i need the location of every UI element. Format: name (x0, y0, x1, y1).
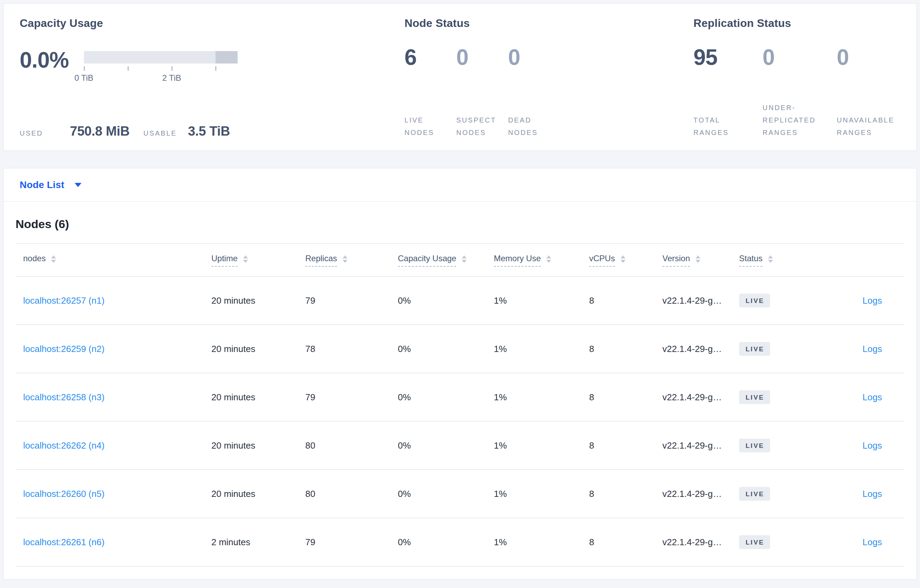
logs-link[interactable]: Logs (863, 440, 882, 451)
sort-icon[interactable] (620, 255, 625, 263)
capacity-gauge: 0.0% 0 TiB 2 TiB (20, 49, 404, 84)
node-status-title: Node Status (404, 17, 693, 30)
vcpus-cell: 8 (581, 489, 655, 499)
table-header-row: nodes Uptime Replicas Capacity Usage Mem… (16, 243, 904, 277)
node-link[interactable]: localhost:26262 (n4) (23, 440, 105, 451)
version-cell: v22.1.4-29-g… (655, 344, 731, 354)
column-header-replicas[interactable]: Replicas (298, 254, 390, 267)
capacity-usage-cell: 0% (390, 440, 486, 451)
used-value: 750.8 MiB (70, 124, 130, 139)
replication-status-title: Replication Status (693, 17, 916, 30)
usable-value: 3.5 TiB (188, 124, 230, 139)
table-row: localhost:26260 (n5) 20 minutes 80 0% 1%… (16, 470, 904, 518)
column-header-status[interactable]: Status (731, 254, 810, 267)
capacity-usage-cell: 0% (390, 296, 486, 306)
version-cell: v22.1.4-29-g… (655, 489, 731, 499)
capacity-bar-track (84, 51, 238, 63)
status-badge: LIVE (739, 342, 770, 356)
tick-mark (215, 66, 216, 71)
capacity-usage-cell: 0% (390, 537, 486, 548)
node-link[interactable]: localhost:26259 (n2) (23, 344, 105, 354)
replicas-cell: 79 (298, 537, 390, 548)
under-replicated-ranges-value: 0 (763, 46, 823, 68)
cluster-overview-page: Capacity Usage 0.0% 0 TiB 2 TiB (0, 0, 920, 583)
node-link[interactable]: localhost:26261 (n6) (23, 537, 105, 547)
suspect-nodes-stat: 0 SUSPECT NODES (456, 46, 494, 139)
replicas-cell: 78 (298, 344, 390, 354)
version-cell: v22.1.4-29-g… (655, 296, 731, 306)
node-link[interactable]: localhost:26260 (n5) (23, 489, 105, 499)
tick-mark (84, 66, 84, 71)
column-header-capacity-usage[interactable]: Capacity Usage (390, 254, 486, 267)
memory-use-cell: 1% (486, 392, 581, 403)
node-list-dropdown-label: Node List (20, 179, 64, 191)
uptime-cell: 20 minutes (204, 392, 298, 403)
status-badge: LIVE (739, 535, 770, 549)
uptime-cell: 20 minutes (204, 344, 298, 354)
capacity-bar-reserved-segment (215, 51, 238, 63)
total-ranges-label: TOTAL RANGES (693, 114, 747, 139)
table-row: localhost:26262 (n4) 20 minutes 80 0% 1%… (16, 422, 904, 470)
dead-nodes-stat: 0 DEAD NODES (508, 46, 545, 139)
under-replicated-ranges-label: UNDER- REPLICATED RANGES (763, 102, 823, 139)
sort-icon[interactable] (695, 255, 700, 263)
unavailable-ranges-label: UNAVAILABLE RANGES (837, 114, 916, 139)
status-badge: LIVE (739, 294, 770, 307)
status-badge: LIVE (739, 487, 770, 501)
node-list-dropdown[interactable]: Node List (20, 179, 81, 191)
node-link[interactable]: localhost:26257 (n1) (23, 296, 105, 306)
capacity-usage-cell: 0% (390, 344, 486, 354)
replicas-cell: 79 (298, 296, 390, 306)
replicas-cell: 79 (298, 392, 390, 403)
node-status-stats: 6 LIVE NODES 0 SUSPECT NODES 0 (404, 46, 693, 139)
capacity-usage-cell: 0% (390, 392, 486, 403)
capacity-bar-tick-labels: 0 TiB 2 TiB (84, 73, 238, 84)
replication-status-panel: Replication Status 95 TOTAL RANGES 0 UND… (693, 17, 916, 139)
total-ranges-value: 95 (693, 46, 747, 68)
table-row: localhost:26258 (n3) 20 minutes 79 0% 1%… (16, 373, 904, 422)
capacity-usage-title: Capacity Usage (20, 17, 404, 30)
live-nodes-label: LIVE NODES (404, 114, 442, 139)
version-cell: v22.1.4-29-g… (655, 440, 731, 451)
sort-icon[interactable] (462, 255, 466, 263)
sort-icon[interactable] (343, 255, 347, 263)
uptime-cell: 20 minutes (204, 440, 298, 451)
node-status-panel: Node Status 6 LIVE NODES 0 SUSPECT NODES (404, 17, 693, 139)
vcpus-cell: 8 (581, 344, 655, 354)
table-row: localhost:26257 (n1) 20 minutes 79 0% 1%… (16, 277, 904, 325)
logs-link[interactable]: Logs (863, 296, 882, 306)
version-cell: v22.1.4-29-g… (655, 537, 731, 548)
sort-icon[interactable] (51, 255, 56, 263)
memory-use-cell: 1% (486, 440, 581, 451)
under-replicated-ranges-stat: 0 UNDER- REPLICATED RANGES (763, 46, 823, 139)
used-label: USED (20, 129, 43, 137)
sort-icon[interactable] (243, 255, 248, 263)
column-header-nodes[interactable]: nodes (16, 254, 204, 267)
column-header-memory-use[interactable]: Memory Use (486, 254, 581, 267)
sort-icon[interactable] (546, 255, 551, 263)
capacity-usage-cell: 0% (390, 489, 486, 499)
capacity-percent-value: 0.0% (20, 49, 69, 71)
sort-icon[interactable] (768, 255, 773, 263)
unavailable-ranges-value: 0 (837, 46, 916, 68)
view-selector-bar: Node List (3, 168, 917, 201)
memory-use-cell: 1% (486, 489, 581, 499)
table-row: localhost:26261 (n6) 2 minutes 79 0% 1% … (16, 518, 904, 567)
uptime-cell: 20 minutes (204, 489, 298, 499)
dead-nodes-label: DEAD NODES (508, 114, 545, 139)
vcpus-cell: 8 (581, 537, 655, 548)
logs-link[interactable]: Logs (863, 392, 882, 402)
tick-mark (172, 66, 172, 71)
status-badge: LIVE (739, 439, 770, 452)
node-link[interactable]: localhost:26258 (n3) (23, 392, 105, 402)
logs-link[interactable]: Logs (863, 344, 882, 354)
cluster-summary-card: Capacity Usage 0.0% 0 TiB 2 TiB (3, 3, 917, 151)
column-header-version[interactable]: Version (655, 254, 731, 267)
column-header-uptime[interactable]: Uptime (204, 254, 298, 267)
logs-link[interactable]: Logs (863, 489, 882, 499)
unavailable-ranges-stat: 0 UNAVAILABLE RANGES (837, 46, 916, 139)
capacity-bar-ticks (84, 66, 238, 71)
suspect-nodes-label: SUSPECT NODES (456, 114, 494, 139)
logs-link[interactable]: Logs (863, 537, 882, 547)
column-header-vcpus[interactable]: vCPUs (581, 254, 655, 267)
